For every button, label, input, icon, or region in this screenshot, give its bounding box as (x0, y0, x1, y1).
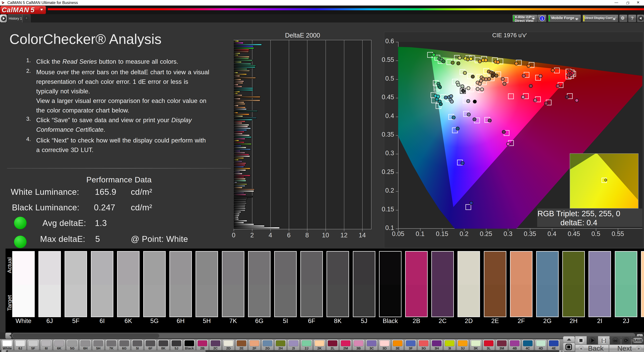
svg-text:5: 5 (2, 2, 3, 3)
